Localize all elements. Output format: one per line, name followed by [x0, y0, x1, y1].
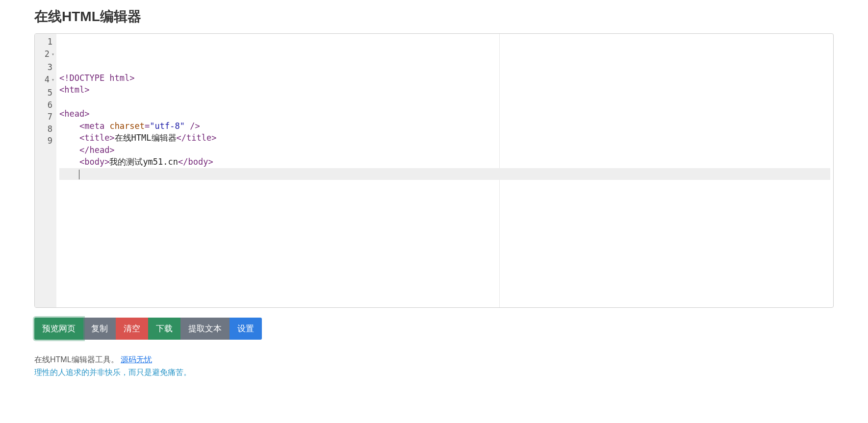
code-line[interactable]: </head>: [59, 144, 830, 156]
line-number: 3: [37, 61, 52, 74]
code-line[interactable]: <meta charset="utf-8" />: [59, 120, 830, 132]
page-title: 在线HTML编辑器: [34, 7, 834, 26]
download-button[interactable]: 下载: [148, 318, 180, 340]
line-number: 4: [37, 74, 52, 87]
line-number: 1: [37, 36, 52, 48]
copy-button[interactable]: 复制: [83, 318, 116, 340]
line-number: 5: [37, 87, 52, 99]
footer-quote: 理性的人追求的并非快乐，而只是避免痛苦。: [34, 366, 834, 379]
line-number: 8: [37, 123, 52, 135]
code-line[interactable]: [59, 168, 830, 180]
footer: 在线HTML编辑器工具。 源码无忧 理性的人追求的并非快乐，而只是避免痛苦。: [34, 353, 834, 379]
cursor: [79, 170, 79, 179]
code-line[interactable]: <title>在线HTML编辑器</title>: [59, 132, 830, 144]
code-editor[interactable]: 123456789 <!DOCTYPE html><html><head> <m…: [34, 33, 834, 308]
line-number: 6: [37, 99, 52, 111]
footer-description: 在线HTML编辑器工具。: [34, 355, 119, 364]
code-line[interactable]: <!DOCTYPE html>: [59, 72, 830, 84]
clear-button[interactable]: 清空: [116, 318, 148, 340]
code-line[interactable]: <body>我的测试ym51.cn</body>: [59, 156, 830, 168]
line-number-gutter: 123456789: [35, 34, 56, 307]
line-number: 9: [37, 135, 52, 147]
code-line[interactable]: <html>: [59, 84, 830, 96]
preview-button[interactable]: 预览网页: [34, 318, 83, 340]
code-line[interactable]: <head>: [59, 108, 830, 120]
code-line[interactable]: [59, 96, 830, 108]
code-area[interactable]: <!DOCTYPE html><html><head> <meta charse…: [56, 34, 833, 307]
toolbar: 预览网页 复制 清空 下载 提取文本 设置: [34, 318, 834, 340]
source-link[interactable]: 源码无忧: [121, 355, 152, 364]
line-number: 2: [37, 48, 52, 62]
settings-button[interactable]: 设置: [230, 318, 262, 340]
extract-text-button[interactable]: 提取文本: [180, 318, 230, 340]
line-number: 7: [37, 111, 52, 123]
